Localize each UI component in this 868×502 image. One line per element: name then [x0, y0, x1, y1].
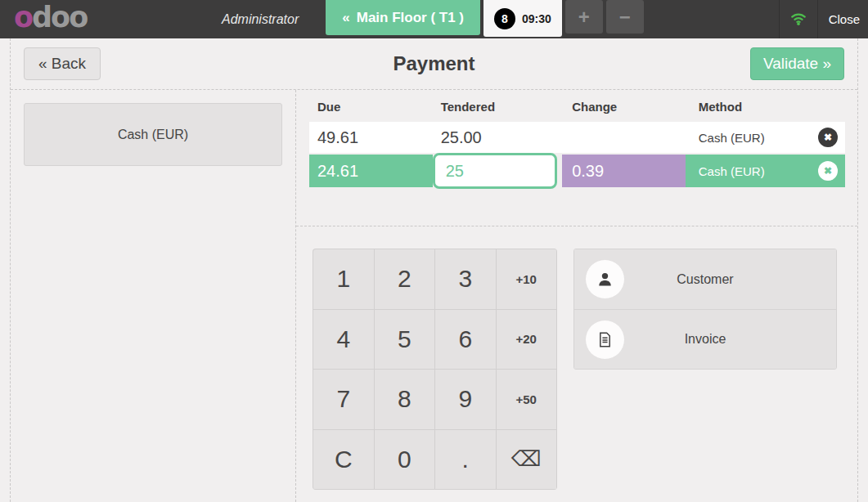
column-header-change: Change [562, 100, 686, 114]
floor-button-label: Main Floor ( T1 ) [357, 10, 464, 26]
numpad-key-8[interactable]: 8 [375, 370, 436, 430]
numpad-key-7[interactable]: 7 [313, 370, 375, 430]
page-title: Payment [11, 52, 857, 75]
numpad-key-5[interactable]: 5 [375, 310, 436, 370]
odoo-logo-o: o [14, 1, 32, 34]
validate-button[interactable]: Validate » [750, 47, 844, 80]
paymentline-method-label: Cash (EUR) [699, 131, 818, 145]
connection-status[interactable] [779, 0, 818, 38]
numpad-key-3[interactable]: 3 [435, 249, 497, 310]
numpad-key-4[interactable]: 4 [313, 310, 375, 370]
delete-order-button[interactable]: − [606, 0, 644, 34]
paymentline-change [562, 122, 686, 153]
payment-screen: « Back Payment Validate » Cash (EUR) Due… [10, 38, 858, 502]
order-time-label: 09:30 [522, 12, 551, 25]
numpad-key-6[interactable]: 6 [435, 310, 497, 370]
payment-controls: 1 2 3 +10 4 5 6 +20 7 8 9 +50 C 0 . ⌫ [296, 226, 857, 490]
invoice-button[interactable]: Invoice [574, 309, 836, 369]
numpad-key-0[interactable]: 0 [375, 430, 436, 491]
numpad-key-9[interactable]: 9 [435, 370, 497, 430]
paymentlines-section: Due Tendered Change Method 49.61 25.00 C… [296, 90, 857, 226]
close-button[interactable]: Close [818, 12, 868, 26]
paymentline-change: 0.39 [562, 155, 686, 187]
numpad-key-backspace[interactable]: ⌫ [497, 430, 558, 491]
paymentline-method: Cash (EUR) ✖ [686, 122, 845, 153]
payment-method-cash-button[interactable]: Cash (EUR) [24, 103, 282, 166]
paymentline-tendered-cell: 25 [433, 155, 563, 187]
numpad-key-dot[interactable]: . [435, 430, 497, 491]
payment-main: Cash (EUR) Due Tendered Change Method 49… [11, 90, 857, 502]
paymentline-row[interactable]: 49.61 25.00 Cash (EUR) ✖ [309, 122, 845, 153]
paymentline-row-selected[interactable]: 24.61 25 0.39 Cash (EUR) ✖ [309, 155, 845, 187]
paymentline-due: 49.61 [309, 122, 433, 153]
order-tab[interactable]: 8 09:30 [483, 0, 562, 37]
odoo-logo-doo: doo [32, 1, 87, 34]
back-chevrons-icon: « [342, 10, 349, 26]
odoo-logo: odoo [0, 1, 87, 38]
wifi-icon [789, 9, 808, 30]
payment-right-column: Due Tendered Change Method 49.61 25.00 C… [296, 90, 857, 502]
numpad-key-2[interactable]: 2 [375, 249, 436, 310]
numpad-key-clear[interactable]: C [313, 430, 375, 491]
paymentline-method: Cash (EUR) ✖ [686, 155, 845, 187]
pos-top-bar: odoo Administrator « Main Floor ( T1 ) 8… [0, 0, 868, 38]
customer-icon [585, 259, 625, 299]
username-label: Administrator [222, 12, 299, 27]
new-order-button[interactable]: + [565, 0, 603, 34]
floor-button[interactable]: « Main Floor ( T1 ) [326, 0, 480, 35]
order-count-badge: 8 [494, 8, 515, 29]
numpad: 1 2 3 +10 4 5 6 +20 7 8 9 +50 C 0 . ⌫ [313, 249, 557, 490]
payment-methods-column: Cash (EUR) [11, 90, 296, 502]
delete-paymentline-icon[interactable]: ✖ [818, 161, 838, 181]
column-header-method: Method [686, 100, 845, 114]
invoice-icon [585, 320, 625, 360]
customer-button[interactable]: Customer [574, 249, 836, 309]
paymentline-due: 24.61 [309, 155, 433, 187]
delete-paymentline-icon[interactable]: ✖ [818, 128, 838, 147]
numpad-key-1[interactable]: 1 [313, 249, 375, 310]
numpad-key-plus10[interactable]: +10 [497, 249, 558, 310]
paymentline-tendered[interactable]: 25.00 [433, 122, 563, 153]
tendered-amount-input[interactable]: 25 [433, 153, 557, 189]
numpad-key-plus20[interactable]: +20 [497, 310, 558, 370]
payment-action-buttons: Customer Invoice [573, 249, 837, 370]
paymentlines-header: Due Tendered Change Method [309, 96, 845, 122]
paymentline-method-label: Cash (EUR) [699, 164, 818, 178]
numpad-key-plus50[interactable]: +50 [497, 370, 558, 430]
payment-head-row: « Back Payment Validate » [11, 38, 857, 90]
column-header-tendered: Tendered [433, 100, 563, 114]
column-header-due: Due [309, 100, 433, 114]
